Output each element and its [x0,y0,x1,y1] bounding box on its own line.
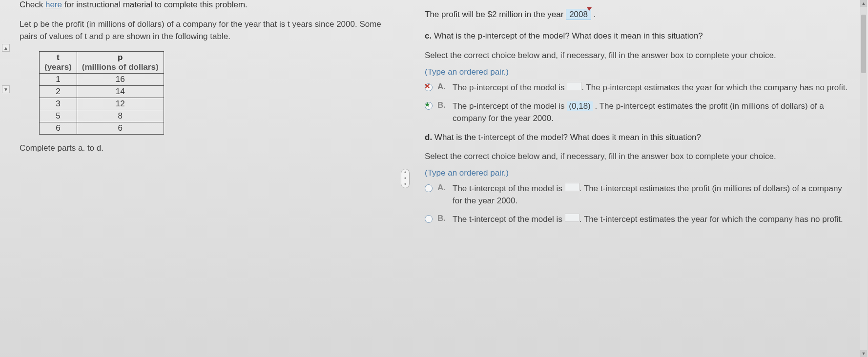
c-instructions: Select the correct choice below and, if … [425,50,853,61]
radio-c-b[interactable] [425,102,433,110]
table-row: 214 [40,86,164,98]
d-question-text: What is the t-intercept of the model? Wh… [434,133,701,142]
c-b-t1: The p-intercept of the model is [453,101,567,111]
cell-p: 16 [77,74,164,86]
part-d-question: d. What is the t-intercept of the model?… [425,132,853,143]
cell-t: 1 [40,74,77,86]
choice-letter: A. [437,82,446,92]
panel-divider[interactable]: ••• [400,0,410,357]
part-c-question: c. What is the p-intercept of the model?… [425,30,853,42]
c-b-value: (0,18) [567,101,592,111]
d-a-t1: The t-intercept of the model is [453,184,565,193]
choice-letter: B. [437,100,446,110]
expand-handle-icon[interactable]: ••• [401,169,410,188]
c-choice-a[interactable]: A. The p-intercept of the model is . The… [425,82,853,94]
c-a-t1: The p-intercept of the model is [453,83,567,92]
d-choice-a[interactable]: A. The t-intercept of the model is . The… [425,183,853,207]
col-p-unit: (millions of dollars) [82,62,159,72]
d-label: d. [425,133,432,142]
c-a-blank[interactable] [567,82,581,90]
radio-d-b[interactable] [425,215,433,223]
radio-c-a[interactable] [425,83,433,91]
b-answer-input[interactable]: 2008 [566,9,591,20]
scroll-up-icon[interactable]: ▲ [860,0,867,7]
check-post: for instructional material to complete t… [62,0,248,9]
cell-t: 6 [40,122,77,135]
right-scrollbar[interactable]: ▲ ▼ [860,0,867,357]
b-answer-pre: The profit will be $2 million in the yea… [425,10,566,19]
cell-t: 2 [40,86,77,98]
col-p-header: p (millions of dollars) [77,52,164,74]
col-t-header: t (years) [40,52,77,74]
c-a-t2: . The p-intercept estimates the year for… [581,83,847,92]
c-hint: (Type an ordered pair.) [425,67,853,77]
d-instructions: Select the correct choice below and, if … [425,151,853,162]
c-choice-b[interactable]: B. The p-intercept of the model is (0,18… [425,100,853,124]
radio-d-a[interactable] [425,184,433,192]
table-row: 312 [40,98,164,110]
table-row: 66 [40,122,164,135]
d-b-t2: . The t-intercept estimates the year for… [579,215,843,224]
scroll-thumb[interactable] [861,15,866,73]
problem-panel: ▲ ▼ Check here for instructional materia… [0,0,400,357]
answer-panel: The profit will be $2 million in the yea… [410,0,868,357]
choice-letter: A. [437,183,446,193]
cell-t: 3 [40,98,77,110]
d-a-blank[interactable] [565,183,579,191]
cell-p: 14 [77,86,164,98]
table-row: 116 [40,74,164,86]
table-row: 58 [40,110,164,122]
b-answer-post: . [591,10,596,19]
choice-body: The t-intercept of the model is . The t-… [453,214,843,226]
d-b-t1: The t-intercept of the model is [453,215,565,224]
c-question-text: What is the p-intercept of the model? Wh… [434,31,703,40]
d-choice-b[interactable]: B. The t-intercept of the model is . The… [425,214,853,226]
cell-p: 6 [77,122,164,135]
cell-p: 12 [77,98,164,110]
instruction-link-line: Check here for instructional material to… [20,0,391,10]
scroll-down-icon[interactable]: ▼ [860,350,867,357]
d-hint: (Type an ordered pair.) [425,168,853,178]
choice-body: The t-intercept of the model is . The t-… [453,183,853,207]
part-b-answer: The profit will be $2 million in the yea… [425,10,853,20]
col-p-var: p [82,53,159,62]
scroll-down-button[interactable]: ▼ [2,85,10,93]
instructional-link[interactable]: here [45,0,62,9]
col-t-var: t [44,53,72,62]
cell-p: 8 [77,110,164,122]
problem-prompt: Let p be the profit (in millions of doll… [20,19,391,42]
col-t-unit: (years) [44,62,72,72]
data-table: t (years) p (millions of dollars) 116 21… [39,51,164,135]
cell-t: 5 [40,110,77,122]
c-label: c. [425,31,432,40]
d-b-blank[interactable] [565,214,579,222]
scroll-up-button[interactable]: ▲ [2,44,10,52]
complete-parts: Complete parts a. to d. [20,143,391,153]
choice-body: The p-intercept of the model is . The p-… [453,82,847,94]
choice-letter: B. [437,214,446,223]
check-pre: Check [20,0,45,9]
choice-body: The p-intercept of the model is (0,18) .… [453,100,853,124]
